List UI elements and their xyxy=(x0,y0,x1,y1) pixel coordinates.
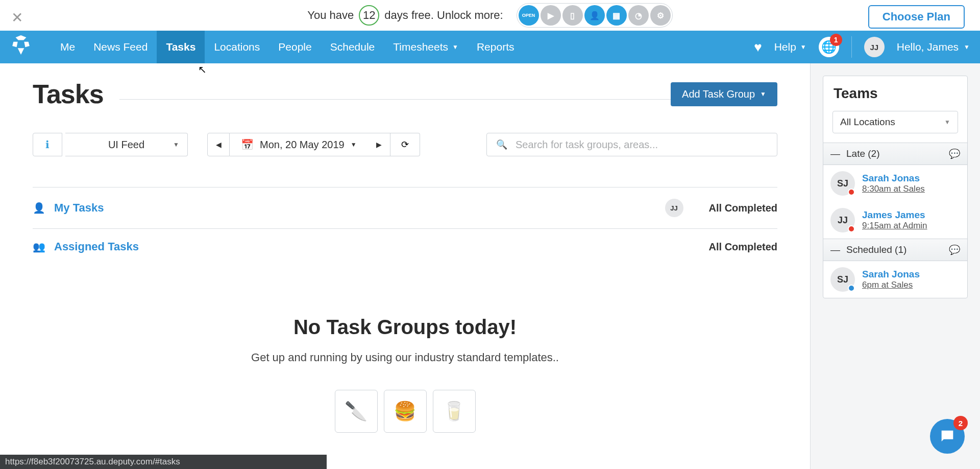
nav-people[interactable]: People xyxy=(269,31,321,63)
svg-marker-3 xyxy=(18,48,24,55)
gauge-icon[interactable]: ◔ xyxy=(628,5,649,26)
search-icon: 🔍 xyxy=(496,139,507,150)
team-person[interactable]: JJ James James9:15am at Admin xyxy=(823,202,967,239)
nav-reports[interactable]: Reports xyxy=(468,31,524,63)
choose-plan-button[interactable]: Choose Plan xyxy=(868,5,965,29)
chat-icon[interactable]: 💬 xyxy=(949,244,960,255)
trial-prefix: You have xyxy=(307,9,354,22)
person-schedule[interactable]: 6pm at Sales xyxy=(862,280,920,290)
feed-dropdown[interactable]: UI Feed▼ xyxy=(65,133,188,156)
add-task-group-button[interactable]: Add Task Group▼ xyxy=(671,82,777,106)
search-box[interactable]: 🔍 xyxy=(486,133,777,156)
browser-status-bar: https://f8eb3f20073725.au.deputy.com/#ta… xyxy=(0,455,327,469)
settings-box-icon[interactable]: ⚙ xyxy=(650,5,671,26)
close-icon[interactable]: ✕ xyxy=(11,9,23,26)
nav-right: ♥ Help▼ 🌐 1 JJ Hello, James▼ xyxy=(754,36,970,58)
divider xyxy=(851,36,852,58)
refresh-button[interactable]: ⟳ xyxy=(390,133,420,156)
avatar: SJ xyxy=(830,171,855,196)
location-select[interactable]: All Locations ▼ xyxy=(832,111,958,133)
team-person[interactable]: SJ Sarah Jonas8:30am at Sales xyxy=(823,165,967,202)
date-nav: ◀ 📅 Mon, 20 May 2019 ▼ ▶ ⟳ xyxy=(207,133,420,156)
chevron-down-icon: ▼ xyxy=(944,119,950,126)
chevron-down-icon: ▼ xyxy=(173,141,179,148)
empty-title: No Task Groups today! xyxy=(33,316,777,339)
person-name: James James xyxy=(862,209,927,221)
sidebar: Teams All Locations ▼ — Late (2) 💬 SJ Sa… xyxy=(811,63,980,469)
avatar: JJ xyxy=(665,199,683,217)
collapse-icon: — xyxy=(830,244,840,255)
status-dot-icon xyxy=(848,189,855,196)
page-header: Tasks Add Task Group▼ xyxy=(33,79,777,109)
main-content: Tasks Add Task Group▼ ℹ UI Feed▼ ◀ 📅 Mon… xyxy=(0,63,811,469)
toolbar: ℹ UI Feed▼ ◀ 📅 Mon, 20 May 2019 ▼ ▶ ⟳ 🔍 xyxy=(33,133,777,156)
teams-title: Teams xyxy=(823,76,967,107)
template-card[interactable]: 🥛 xyxy=(433,390,476,433)
intercom-badge: 2 xyxy=(953,416,968,430)
svg-marker-2 xyxy=(24,42,30,48)
task-section-assigned[interactable]: 👥 Assigned Tasks All Completed xyxy=(33,228,777,265)
open-badge-icon[interactable]: OPEN xyxy=(519,5,539,26)
person-schedule[interactable]: 9:15am at Admin xyxy=(862,221,927,231)
nav-news-feed[interactable]: News Feed xyxy=(84,31,157,63)
calendar-icon: 📅 xyxy=(241,138,254,151)
chevron-down-icon: ▼ xyxy=(760,90,766,98)
camera-icon[interactable]: ▶ xyxy=(541,5,561,26)
date-picker[interactable]: 📅 Mon, 20 May 2019 ▼ xyxy=(230,133,368,156)
intercom-button[interactable]: 2 xyxy=(930,419,965,454)
group-late-header[interactable]: — Late (2) 💬 xyxy=(823,143,967,165)
teams-panel: Teams All Locations ▼ — Late (2) 💬 SJ Sa… xyxy=(823,76,968,298)
help-link[interactable]: Help▼ xyxy=(774,41,806,53)
info-icon[interactable]: ℹ xyxy=(33,133,62,156)
nav-schedule[interactable]: Schedule xyxy=(321,31,384,63)
deputy-logo-icon[interactable] xyxy=(10,34,36,60)
notifications-button[interactable]: 🌐 1 xyxy=(819,37,839,57)
avatar: JJ xyxy=(830,208,855,232)
person-name: Sarah Jonas xyxy=(862,269,920,280)
task-section-name: My Tasks xyxy=(54,201,104,215)
nav-tasks[interactable]: Tasks xyxy=(157,31,205,63)
avatar[interactable]: JJ xyxy=(864,37,885,57)
body: Tasks Add Task Group▼ ℹ UI Feed▼ ◀ 📅 Mon… xyxy=(0,63,980,469)
collapse-icon: — xyxy=(830,148,840,159)
person-name: Sarah Jonas xyxy=(862,173,925,184)
team-person[interactable]: SJ Sarah Jonas6pm at Sales xyxy=(823,261,967,298)
status-dot-icon xyxy=(848,285,855,292)
chevron-down-icon: ▼ xyxy=(964,43,970,51)
nav-items: Me News Feed Tasks Locations People Sche… xyxy=(51,31,523,63)
next-day-button[interactable]: ▶ xyxy=(368,133,390,156)
task-section-status: All Completed xyxy=(709,202,777,214)
kiosk-icon[interactable]: ▯ xyxy=(562,5,583,26)
user-menu[interactable]: Hello, James▼ xyxy=(897,41,970,53)
svg-marker-1 xyxy=(12,42,18,48)
status-dot-icon xyxy=(848,225,855,232)
chat-icon[interactable]: 💬 xyxy=(949,148,960,159)
person-icon[interactable]: 👤 xyxy=(584,5,605,26)
template-card[interactable]: 🔪 xyxy=(335,390,378,433)
template-card[interactable]: 🍔 xyxy=(384,390,427,433)
task-section-name: Assigned Tasks xyxy=(54,240,139,253)
task-section-status: All Completed xyxy=(709,241,777,253)
prev-day-button[interactable]: ◀ xyxy=(207,133,230,156)
trial-bar: ✕ You have 12 days free. Unlock more: OP… xyxy=(0,0,980,31)
heart-icon[interactable]: ♥ xyxy=(754,39,762,55)
task-section-my-tasks[interactable]: 👤 My Tasks JJ All Completed xyxy=(33,187,777,228)
trial-feature-icons: OPEN ▶ ▯ 👤 ▦ ◔ ⚙ xyxy=(517,3,673,28)
calendar-icon[interactable]: ▦ xyxy=(606,5,627,26)
page-title: Tasks xyxy=(33,79,104,109)
nav-locations[interactable]: Locations xyxy=(205,31,269,63)
empty-subtitle: Get up and running by using our industry… xyxy=(33,351,777,364)
chevron-down-icon: ▼ xyxy=(452,43,458,51)
avatar: SJ xyxy=(830,267,855,292)
topnav: Me News Feed Tasks Locations People Sche… xyxy=(0,31,980,63)
group-scheduled-header[interactable]: — Scheduled (1) 💬 xyxy=(823,239,967,261)
search-input[interactable] xyxy=(516,139,768,151)
user-icon: 👤 xyxy=(33,202,44,214)
trial-text: You have 12 days free. Unlock more: OPEN… xyxy=(307,3,672,28)
nav-me[interactable]: Me xyxy=(51,31,84,63)
nav-timesheets[interactable]: Timesheets▼ xyxy=(384,31,468,63)
svg-marker-0 xyxy=(16,35,27,40)
users-icon: 👥 xyxy=(33,241,44,253)
trial-suffix: days free. Unlock more: xyxy=(384,9,503,22)
person-schedule[interactable]: 8:30am at Sales xyxy=(862,184,925,194)
